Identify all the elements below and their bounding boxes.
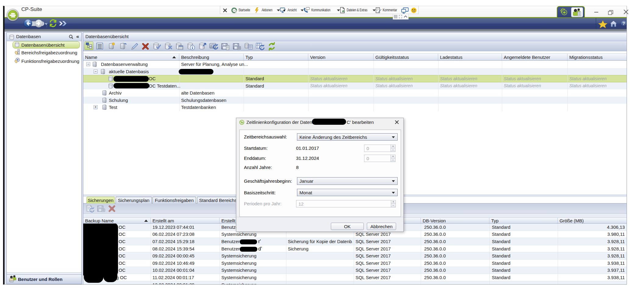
svg-text:?: ? <box>622 21 625 26</box>
